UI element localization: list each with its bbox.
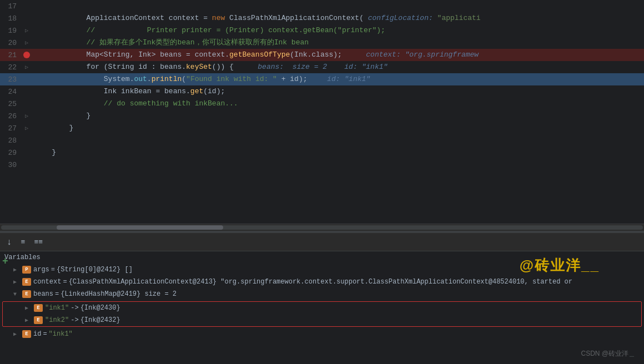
line-content (32, 159, 644, 171)
line-content: for (String id : beans.keySet()) { beans… (32, 61, 644, 73)
var-expand-beans[interactable]: ▼ (13, 291, 22, 297)
line-number: 23 (0, 75, 21, 84)
var-eq-beans: = (55, 290, 59, 298)
var-name-beans: beans (33, 290, 53, 298)
var-icon-ink2: E (34, 316, 43, 324)
line-number: 24 (0, 88, 21, 96)
line-gutter: ▷ (21, 125, 32, 132)
line-number: 27 (0, 124, 21, 133)
code-line-27: 27 ▷ } (0, 122, 644, 134)
var-eq-id: = (43, 330, 47, 338)
var-expand-ink1[interactable]: ▶ (25, 305, 34, 311)
line-gutter: ▷ (21, 39, 32, 46)
code-line-21: 21 Map<String, Ink> beans = context.getB… (0, 49, 644, 61)
line-content: } (32, 110, 644, 122)
line-number: 17 (0, 2, 21, 11)
var-icon-beans: E (22, 290, 31, 298)
debug-toolbar: ↓ ≡ ≡≡ (0, 234, 644, 251)
horizontal-scrollbar[interactable] (0, 224, 644, 230)
add-variable-button[interactable]: + (2, 256, 8, 267)
var-arrow-ink1: -> (71, 304, 78, 312)
code-line-20: 20 ▷ // 如果存在多个Ink类型的bean，你可以这样获取所有的Ink b… (0, 37, 644, 49)
line-number: 30 (0, 161, 21, 169)
var-icon-id: E (22, 330, 31, 338)
code-line-24: 24 Ink inkBean = beans.get(id); (0, 85, 644, 98)
watches-view-button[interactable]: ≡≡ (32, 237, 45, 247)
fold-icon[interactable]: ▷ (25, 64, 28, 70)
line-number: 29 (0, 149, 21, 157)
var-icon-context: E (22, 278, 31, 286)
line-number: 28 (0, 136, 21, 145)
line-gutter: ▷ (21, 113, 32, 119)
var-eq-context: = (63, 278, 67, 286)
code-line-18: 18 ApplicationContext context = new Clas… (0, 12, 644, 24)
variables-view-button[interactable]: ≡ (19, 237, 28, 247)
code-line-29: 29 } (0, 146, 644, 159)
line-gutter: ▷ (21, 27, 32, 34)
code-line-19: 19 ▷ // Printer printer = (Printer) cont… (0, 24, 644, 37)
var-name-context: context (33, 278, 61, 286)
breakpoint-icon[interactable] (23, 52, 30, 58)
var-expand-ink2[interactable]: ▶ (25, 317, 34, 323)
line-content: Ink inkBean = beans.get(id); (32, 85, 644, 98)
var-val-id: "ink1" (49, 330, 73, 338)
code-line-22: 22 ▷ for (String id : beans.keySet()) { … (0, 61, 644, 73)
beans-children-group: ▶ E "ink1" -> {Ink@2430} ▶ E "ink2" -> {… (2, 301, 642, 327)
line-content (32, 0, 644, 12)
line-content: ApplicationContext context = new ClassPa… (32, 12, 644, 24)
line-content: } (32, 146, 644, 159)
var-row-context[interactable]: ▶ E context = {ClassPathXmlApplicationCo… (0, 276, 644, 288)
line-content: // 如果存在多个Ink类型的bean，你可以这样获取所有的Ink bean (32, 37, 644, 49)
line-content: System.out.println("Found ink with id: "… (32, 73, 644, 85)
line-number: 18 (0, 14, 21, 23)
var-arrow-ink2: -> (71, 316, 78, 324)
code-line-25: 25 // do something with inkBean... (0, 98, 644, 110)
line-number: 26 (0, 112, 21, 120)
fold-icon[interactable]: ▷ (25, 39, 28, 46)
var-row-beans[interactable]: ▼ E beans = {LinkedHashMap@2419} size = … (0, 288, 644, 300)
var-val-args: {String[0]@2412} [] (57, 266, 133, 274)
line-number: 25 (0, 100, 21, 108)
code-line-28: 28 (0, 134, 644, 146)
var-row-id[interactable]: ▶ E id = "ink1" (0, 328, 644, 340)
var-name-args: args (33, 266, 49, 274)
step-into-button[interactable]: ↓ (4, 236, 14, 249)
line-content: // do something with inkBean... (32, 98, 644, 110)
var-expand-args[interactable]: ▶ (13, 266, 22, 273)
line-gutter (21, 52, 32, 58)
var-eq-args: = (51, 266, 55, 274)
code-line-17: 17 (0, 0, 644, 12)
line-number: 20 (0, 39, 21, 47)
line-content: } (32, 122, 644, 134)
code-lines: 17 18 ApplicationContext context = new C… (0, 0, 644, 171)
var-expand-id[interactable]: ▶ (13, 331, 22, 337)
var-name-id: id (33, 330, 41, 338)
code-line-30: 30 (0, 159, 644, 171)
fold-icon[interactable]: ▷ (25, 113, 28, 119)
line-number: 21 (0, 51, 21, 59)
var-val-ink1: {Ink@2430} (80, 304, 120, 312)
line-content: // Printer printer = (Printer) context.g… (32, 24, 644, 37)
code-line-26: 26 ▷ } (0, 110, 644, 122)
var-name-ink2: "ink2" (45, 316, 69, 324)
line-content: Map<String, Ink> beans = context.getBean… (32, 49, 644, 61)
var-row-ink1[interactable]: ▶ E "ink1" -> {Ink@2430} (3, 302, 641, 314)
var-val-ink2: {Ink@2432} (80, 316, 120, 324)
line-number: 22 (0, 63, 21, 72)
watermark: @砖业洋__ (520, 256, 600, 275)
var-val-context: {ClassPathXmlApplicationContext@2413} "o… (69, 278, 572, 286)
var-val-beans: {LinkedHashMap@2419} size = 2 (61, 290, 177, 298)
var-expand-context[interactable]: ▶ (13, 279, 22, 285)
var-icon-args: P (22, 266, 31, 274)
line-gutter: ▷ (21, 64, 32, 70)
var-row-ink2[interactable]: ▶ E "ink2" -> {Ink@2432} (3, 314, 641, 326)
editor-area: 17 18 ApplicationContext context = new C… (0, 0, 644, 230)
line-number: 19 (0, 27, 21, 35)
fold-icon[interactable]: ▷ (25, 125, 28, 132)
fold-icon[interactable]: ▷ (25, 27, 28, 34)
debug-panel: ↓ ≡ ≡≡ Variables + ▶ P args = {String[0]… (0, 234, 644, 363)
csdn-credit: CSDN @砖业洋＿ (581, 349, 635, 358)
line-content (32, 134, 644, 146)
code-line-23: 23 System.out.println("Found ink with id… (0, 73, 644, 85)
var-icon-ink1: E (34, 304, 43, 312)
